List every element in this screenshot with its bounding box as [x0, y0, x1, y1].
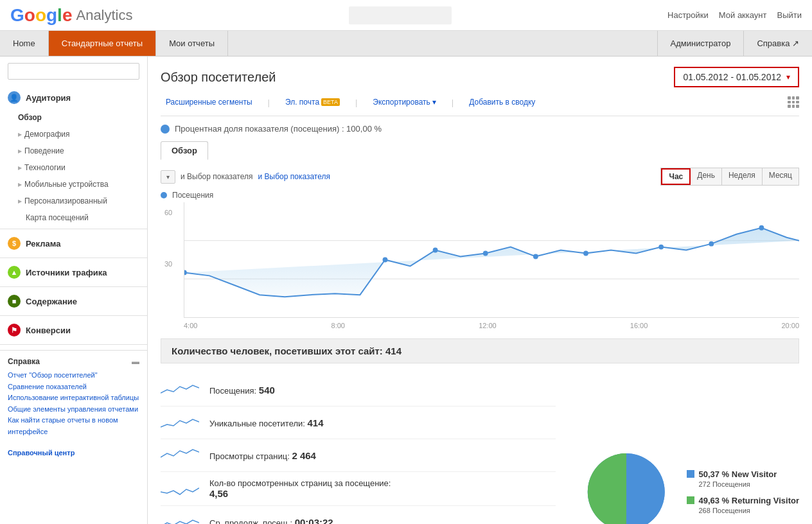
svg-point-8	[658, 245, 664, 250]
chart-x-labels: 4:00 8:00 12:00 16:00 20:00	[184, 320, 799, 331]
tab-overview[interactable]: Обзор	[161, 141, 208, 160]
sparkline-pagespervisit	[161, 479, 199, 498]
sidebar-overview[interactable]: Обзор	[0, 109, 147, 126]
analytics-text: Analytics	[76, 7, 132, 24]
chart-controls: Посещения ▾ и Выбор показателя и Выбор п…	[161, 168, 799, 186]
help-link-4[interactable]: Как найти старые отчеты в новом интерфей…	[8, 415, 139, 437]
help-link-1[interactable]: Сравнение показателей	[8, 381, 139, 393]
export-btn[interactable]: Экспортировать ▾	[367, 95, 441, 109]
sidebar-item-conversions[interactable]: ⚑ Конверсии	[0, 319, 147, 342]
bottom-stats: Посещения: 540 Уникальные посетители: 41…	[161, 374, 799, 524]
help-link-0[interactable]: Отчет "Обзор посетителей"	[8, 370, 139, 381]
sparkline-pageviews	[161, 446, 199, 465]
time-hour-btn[interactable]: Час	[661, 168, 691, 185]
legend-label: Посещения	[172, 191, 213, 200]
x-label-2: 12:00	[479, 322, 497, 329]
pie-section: 50,37 % New Visitor 272 Посещения 49,63 …	[581, 447, 799, 525]
settings-link[interactable]: Настройки	[667, 10, 709, 20]
sidebar-demographics[interactable]: ▶ Демография	[0, 126, 147, 143]
sidebar-behavior[interactable]: ▶ Поведение	[0, 143, 147, 159]
sidebar-item-ads[interactable]: $ Реклама	[0, 232, 147, 255]
new-visitor-color	[687, 470, 694, 478]
svg-point-3	[383, 258, 388, 263]
time-selector: Час День Неделя Месяц	[660, 168, 799, 186]
sidebar-personalized[interactable]: ▶ Персонализированный	[0, 193, 147, 209]
help-center-link[interactable]: Справочный центр	[8, 448, 139, 459]
beta-badge: BETA	[321, 98, 340, 106]
stats-left: Посещения: 540 Уникальные посетители: 41…	[161, 374, 556, 524]
metric-link: и Выбор показателя	[181, 172, 253, 181]
new-visitor-count: 272 Посещения	[687, 480, 799, 488]
svg-point-6	[533, 254, 538, 259]
time-week-btn[interactable]: Неделя	[722, 168, 763, 185]
sidebar-tech[interactable]: ▶ Технологии	[0, 159, 147, 176]
visitors-count-bar: Количество человек, посетивших этот сайт…	[161, 338, 799, 363]
sidebar-mobile[interactable]: ▶ Мобильные устройства	[0, 176, 147, 193]
chart-svg	[184, 202, 799, 317]
logout-link[interactable]: Выйти	[777, 10, 802, 20]
sidebar-help: Справка ▬ Отчет "Обзор посетителей" Срав…	[0, 350, 147, 465]
view-toggle[interactable]	[788, 96, 799, 108]
add-summary-btn[interactable]: Добавить в сводку	[464, 95, 540, 109]
metric-dropdown-arrow: ▾	[166, 173, 170, 180]
nav-home[interactable]: Home	[0, 31, 49, 56]
svg-point-2	[184, 270, 187, 275]
segments-btn[interactable]: Расширенные сегменты	[161, 95, 258, 109]
traffic-icon: ▲	[8, 266, 21, 279]
chart-legend: Посещения	[161, 191, 799, 200]
sidebar-item-traffic[interactable]: ▲ Источники трафика	[0, 261, 147, 284]
nav-standard-reports[interactable]: Стандартные отчеты	[49, 31, 156, 56]
search-box[interactable]	[8, 63, 139, 80]
nav-my-reports[interactable]: Мои отчеты	[156, 31, 228, 56]
svg-point-4	[433, 248, 438, 253]
nav-help[interactable]: Справка ↗	[743, 31, 812, 56]
metric-text: Процентная доля показателя (посещения) :…	[175, 124, 382, 134]
time-month-btn[interactable]: Месяц	[763, 168, 799, 185]
svg-point-9	[709, 241, 714, 247]
audience-icon: 👤	[8, 91, 21, 104]
metric-selector: Посещения ▾ и Выбор показателя и Выбор п…	[161, 170, 330, 184]
sparkline-visits	[161, 380, 199, 399]
stats-right: 50,37 % New Visitor 272 Посещения 49,63 …	[581, 374, 799, 524]
help-link-2[interactable]: Использование интерактивной таблицы	[8, 392, 139, 404]
stat-row-unique: Уникальные посетители: 414	[161, 406, 556, 439]
stat-row-visits: Посещения: 540	[161, 374, 556, 406]
stat-row-pagespervisit: Кол-во просмотренных страниц за посещени…	[161, 472, 556, 506]
pie-new-visitor: 50,37 % New Visitor 272 Посещения	[687, 469, 799, 488]
conversions-icon: ⚑	[8, 324, 21, 336]
svg-point-5	[483, 251, 488, 256]
svg-point-7	[583, 251, 588, 256]
returning-visitor-count: 268 Посещения	[687, 507, 799, 514]
content-icon: ■	[8, 295, 21, 308]
sidebar-visit-map[interactable]: Карта посещений	[0, 209, 147, 226]
help-collapse-btn[interactable]: ▬	[132, 357, 139, 366]
metric-dot	[161, 125, 170, 134]
grid-view-icon[interactable]	[788, 96, 799, 108]
metric-dropdown[interactable]: Посещения ▾	[161, 170, 175, 184]
header-nav: Настройки Мой аккаунт Выйти	[667, 10, 802, 20]
sidebar-item-content[interactable]: ■ Содержание	[0, 290, 147, 313]
main-layout: 👤 Аудитория Обзор ▶ Демография ▶ Поведен…	[0, 57, 812, 524]
x-label-4: 20:00	[781, 322, 799, 329]
x-label-1: 8:00	[331, 322, 345, 329]
search-input[interactable]	[8, 63, 139, 80]
account-link[interactable]: Мой аккаунт	[719, 10, 767, 20]
tab-bar: Обзор	[161, 141, 799, 160]
legend-dot	[161, 192, 167, 198]
email-btn[interactable]: Эл. почта BETA	[280, 95, 345, 109]
header: Google Analytics Настройки Мой аккаунт В…	[0, 0, 812, 31]
select-metric-link[interactable]: и Выбор показателя	[258, 172, 331, 181]
time-day-btn[interactable]: День	[691, 168, 722, 185]
date-range-arrow: ▾	[786, 73, 790, 82]
nav-admin[interactable]: Администратор	[657, 31, 744, 56]
help-link-3[interactable]: Общие элементы управления отчетами	[8, 404, 139, 415]
stat-row-pageviews: Просмотры страниц: 2 464	[161, 439, 556, 472]
sparkline-duration	[161, 512, 199, 524]
sidebar: 👤 Аудитория Обзор ▶ Демография ▶ Поведен…	[0, 57, 148, 524]
y-label-60: 60	[164, 209, 172, 216]
ads-icon: $	[8, 237, 21, 250]
sidebar-item-audience[interactable]: 👤 Аудитория	[0, 86, 147, 109]
toolbar: Расширенные сегменты | Эл. почта BETA | …	[161, 95, 799, 116]
date-range-picker[interactable]: 01.05.2012 - 01.05.2012 ▾	[674, 67, 799, 87]
chart-container	[184, 202, 799, 318]
